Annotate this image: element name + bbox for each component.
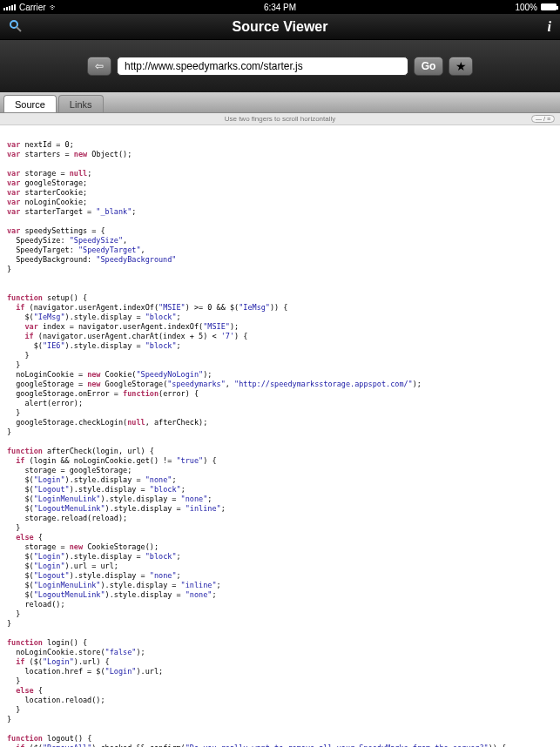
tab-links[interactable]: Links [58,95,104,112]
back-button[interactable]: ⇦ [87,57,111,76]
go-button[interactable]: Go [414,57,443,76]
battery-icon [541,3,557,10]
battery-pct: 100% [515,3,537,12]
status-bar: Carrier ᯤ 6:34 PM 100% [0,0,560,14]
scroll-hint: Use two fingers to scroll horizontally [225,115,336,123]
wifi-icon: ᯤ [50,3,58,12]
clock: 6:34 PM [264,3,296,12]
bookmark-button[interactable]: ★ [449,57,473,76]
source-code-view[interactable]: var nextId = 0; var starters = new Objec… [0,125,560,747]
tab-source[interactable]: Source [3,95,57,112]
search-icon[interactable] [9,19,23,37]
svg-point-0 [10,21,17,28]
page-title: Source Viewer [233,19,328,35]
svg-line-1 [17,27,21,31]
wrap-toggle-button[interactable]: — / ≡ [531,115,555,123]
hint-bar: Use two fingers to scroll horizontally —… [0,113,560,125]
title-bar: Source Viewer i [0,14,560,40]
toolbar: ⇦ http://www.speedymarks.com/starter.js … [0,40,560,92]
url-input[interactable]: http://www.speedymarks.com/starter.js [117,57,408,76]
info-icon[interactable]: i [548,19,551,35]
signal-icon [3,4,16,10]
tab-bar: Source Links [0,92,560,113]
carrier-label: Carrier [19,3,46,12]
